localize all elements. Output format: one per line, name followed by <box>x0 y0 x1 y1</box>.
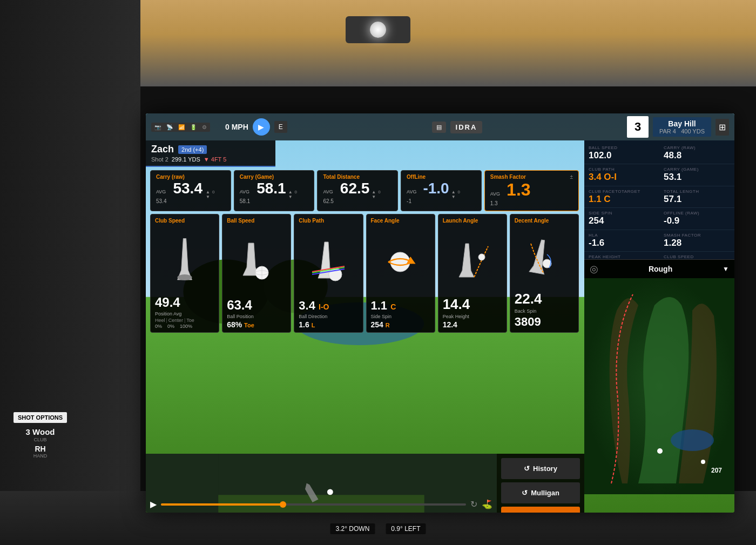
ball-position-label: Ball Position <box>227 314 286 319</box>
right-stat-value-0: 102.0 <box>589 150 655 161</box>
course-name: Bay Hill <box>659 119 705 128</box>
decent-angle-title: Decent Angle <box>515 218 574 224</box>
carry-game-value: 58.1 <box>256 180 286 197</box>
club-name: 3 Wood <box>14 427 67 436</box>
right-stat-value-6: 254 <box>589 216 655 226</box>
video-progress-bar[interactable] <box>161 503 466 506</box>
video-flag-icon[interactable]: ⛳ <box>482 499 492 509</box>
club-path-title: Club Path <box>299 218 358 224</box>
face-angle-title: Face Angle <box>371 218 430 224</box>
right-stat-label-1: CARRY (raw) <box>664 145 730 150</box>
face-angle-suffix: C <box>390 302 396 311</box>
history-button[interactable]: ↺ History <box>501 458 580 479</box>
offline-value: -1.0 <box>423 180 449 197</box>
projector <box>346 16 410 43</box>
course-details: Bay Hill PAR 4 400 YDS <box>653 117 711 137</box>
club-speed-title: Club Speed <box>155 218 214 224</box>
svg-text:207: 207 <box>711 467 722 474</box>
total-dist-title: Total Distance <box>323 174 392 180</box>
grid-icon[interactable]: ⊞ <box>716 119 729 136</box>
right-stat-cell-4: CLUB FaceToTarget1.1 C <box>584 186 659 208</box>
video-rotate-icon[interactable]: ↻ <box>470 499 477 509</box>
rough-label: Rough <box>649 265 672 273</box>
hand-label: HAND <box>14 453 67 459</box>
position-avg-label: Position Avg <box>155 311 214 317</box>
club-speed-value: 49.4 <box>155 295 214 310</box>
top-icons: ▤ IDRA <box>432 121 483 133</box>
right-stat-cell-5: TOTAL LENGTH57.1 <box>659 186 734 208</box>
hole-number: 3 <box>627 116 649 138</box>
svg-point-24 <box>657 448 663 454</box>
face-angle-value: 1.1 <box>371 299 388 312</box>
map-area: ◎ Rough ▼ <box>584 259 734 494</box>
svg-marker-18 <box>459 244 474 277</box>
main-screen: 📷 📡 📶 🔋 ⚙ 0 MPH ▶ E ▤ IDRA 3 Bay Hill PA… <box>146 113 734 513</box>
course-sub: PAR 4 400 YDS <box>659 128 705 134</box>
history-icon: ↺ <box>524 465 530 473</box>
right-stat-label-0: BALL SPEED <box>589 145 655 150</box>
hole-info: 3 Bay Hill PAR 4 400 YDS ⊞ <box>627 116 729 138</box>
svg-point-25 <box>701 460 705 464</box>
right-stat-label-9: SMASH FACTOR <box>664 233 730 238</box>
carry-raw-title: Carry (raw) <box>156 174 225 180</box>
decent-angle-value: 22.4 <box>515 291 574 307</box>
continue-button[interactable]: ⏱ 19 Continue <box>501 507 580 513</box>
right-stat-label-4: CLUB FaceToTarget <box>589 189 655 194</box>
play-button[interactable]: ▶ <box>253 118 270 136</box>
mulligan-icon: ↺ <box>522 489 528 497</box>
right-stat-value-1: 48.8 <box>664 150 730 161</box>
right-stat-cell-3: CARRY (game)53.1 <box>659 164 734 186</box>
svg-marker-5 <box>178 239 192 280</box>
right-stat-label-10: PEAK HEIGHT <box>589 254 655 259</box>
peak-height-value: 12.4 <box>443 320 502 329</box>
right-stat-cell-0: BALL SPEED102.0 <box>584 143 659 164</box>
right-stat-value-5: 57.1 <box>664 194 730 205</box>
svg-point-19 <box>478 254 485 260</box>
e-badge: E <box>274 121 287 133</box>
right-stat-value-3: 53.1 <box>664 172 730 183</box>
smash-factor-title: Smash Factor <box>490 174 526 180</box>
right-stats-panel: BALL SPEED102.0CARRY (raw)48.8CLUB PATH3… <box>584 140 734 275</box>
right-stat-label-6: SIDE SPIN <box>589 211 655 216</box>
right-stat-label-11: CLUB SPEED <box>664 254 730 259</box>
back-spin-value: 3809 <box>515 315 574 329</box>
ball-speed-value: 63.4 <box>227 298 286 313</box>
svg-point-29 <box>327 489 333 495</box>
right-stat-cell-1: CARRY (raw)48.8 <box>659 143 734 164</box>
right-stat-value-4: 1.1 C <box>589 194 655 205</box>
svg-point-16 <box>390 252 410 272</box>
player-name: Zach <box>151 144 174 155</box>
right-stat-cell-6: SIDE SPIN254 <box>584 208 659 230</box>
offline-title: OffLine <box>407 174 476 180</box>
shot-label: Shot 2 <box>151 156 168 163</box>
mulligan-button[interactable]: ↺ Mulligan <box>501 482 580 503</box>
video-play-button[interactable]: ▶ <box>150 499 157 509</box>
right-stat-cell-8: HLA-1.6 <box>584 230 659 252</box>
screen-top-bar: 📷 📡 📶 🔋 ⚙ 0 MPH ▶ E ▤ IDRA 3 Bay Hill PA… <box>146 113 734 140</box>
speed-display: 📷 📡 📶 🔋 ⚙ 0 MPH ▶ E <box>151 118 287 136</box>
carry-raw-value: 53.4 <box>173 180 202 197</box>
right-stat-label-5: TOTAL LENGTH <box>664 189 730 194</box>
action-buttons: ↺ History ↺ Mulligan ⏱ 19 Continue ⚙ Set… <box>497 454 584 513</box>
right-stat-value-8: -1.6 <box>589 238 655 248</box>
shot-options-button[interactable]: SHOT OPTIONS <box>14 412 67 423</box>
screen-icon[interactable]: ▤ <box>432 122 446 133</box>
launch-angle-value: 14.4 <box>443 296 502 313</box>
left-wall <box>0 0 140 545</box>
carry-raw-avg: 53.4 <box>156 198 166 204</box>
right-stat-value-2: 3.4 O-I <box>589 172 655 183</box>
video-area: ▶ ↻ ⛳ <box>146 454 497 513</box>
right-stat-label-7: OFFLINE (raw) <box>664 211 730 216</box>
club-path-suffix: I-O <box>319 302 329 311</box>
svg-marker-20 <box>529 238 550 274</box>
right-stat-cell-9: SMASH FACTOR1.28 <box>659 230 734 252</box>
shot-badge: 2nd (+4) <box>178 145 207 154</box>
right-stat-label-3: CARRY (game) <box>664 167 730 172</box>
target-icon: ◎ <box>590 263 598 275</box>
right-stat-cell-2: CLUB PATH3.4 O-I <box>584 164 659 186</box>
down-indicator: 3.2° DOWN <box>330 523 375 534</box>
right-stat-value-9: 1.28 <box>664 238 730 248</box>
left-indicator: 0.9° LEFT <box>386 523 426 534</box>
svg-point-23 <box>671 429 714 451</box>
smash-factor-value: 1.3 <box>507 180 530 200</box>
